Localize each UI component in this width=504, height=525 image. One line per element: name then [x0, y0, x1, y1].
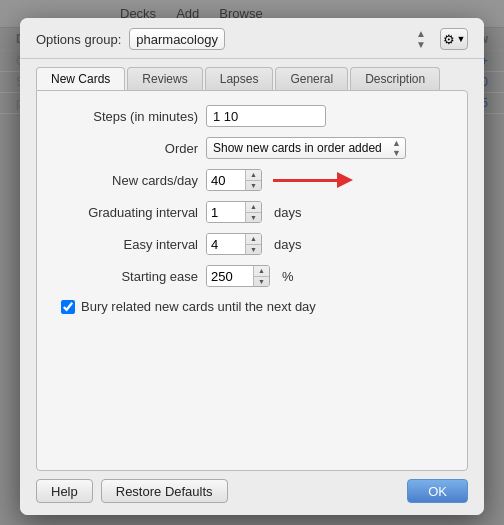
ok-button[interactable]: OK [407, 479, 468, 503]
new-cards-day-down[interactable]: ▼ [246, 181, 261, 192]
new-cards-day-row: New cards/day ▲ ▼ [53, 169, 451, 191]
bury-label: Bury related new cards until the next da… [81, 299, 316, 314]
order-select[interactable]: Show new cards in order added Show new c… [206, 137, 406, 159]
starting-ease-spinner: ▲ ▼ [206, 265, 270, 287]
options-group-select-wrapper: pharmacology ▲ ▼ [129, 28, 432, 50]
graduating-interval-unit: days [274, 205, 301, 220]
starting-ease-up[interactable]: ▲ [254, 265, 269, 277]
starting-ease-label: Starting ease [53, 269, 198, 284]
arrow-head-icon [337, 172, 353, 188]
order-label: Order [53, 141, 198, 156]
tab-new-cards[interactable]: New Cards [36, 67, 125, 90]
easy-interval-up[interactable]: ▲ [246, 233, 261, 245]
graduating-interval-down[interactable]: ▼ [246, 213, 261, 224]
gear-dropdown-arrow: ▼ [457, 34, 466, 44]
new-cards-day-up[interactable]: ▲ [246, 169, 261, 181]
starting-ease-spinner-buttons: ▲ ▼ [253, 265, 269, 287]
tab-lapses[interactable]: Lapses [205, 67, 274, 90]
arrow-line [273, 179, 338, 182]
starting-ease-input[interactable] [207, 266, 253, 286]
options-group-label: Options group: [36, 32, 121, 47]
options-dialog: Options group: pharmacology ▲ ▼ ⚙ ▼ New … [20, 18, 484, 515]
gear-button[interactable]: ⚙ ▼ [440, 28, 468, 50]
bury-checkbox-row: Bury related new cards until the next da… [53, 299, 451, 314]
graduating-interval-spinner: ▲ ▼ [206, 201, 262, 223]
tab-reviews[interactable]: Reviews [127, 67, 202, 90]
steps-label: Steps (in minutes) [53, 109, 198, 124]
help-button[interactable]: Help [36, 479, 93, 503]
tab-general[interactable]: General [275, 67, 348, 90]
gear-icon: ⚙ [443, 32, 455, 47]
new-cards-day-spinner: ▲ ▼ [206, 169, 262, 191]
tab-description[interactable]: Description [350, 67, 440, 90]
easy-interval-down[interactable]: ▼ [246, 245, 261, 256]
easy-interval-row: Easy interval ▲ ▼ days [53, 233, 451, 255]
options-group-select[interactable]: pharmacology [129, 28, 225, 50]
restore-defaults-button[interactable]: Restore Defaults [101, 479, 228, 503]
graduating-interval-spinner-buttons: ▲ ▼ [245, 201, 261, 223]
steps-input[interactable] [206, 105, 326, 127]
new-cards-day-spinner-buttons: ▲ ▼ [245, 169, 261, 191]
options-group-row: Options group: pharmacology ▲ ▼ ⚙ ▼ [20, 18, 484, 59]
easy-interval-spinner: ▲ ▼ [206, 233, 262, 255]
options-group-arrow-icon: ▲ ▼ [416, 29, 426, 50]
order-row: Order Show new cards in order added Show… [53, 137, 451, 159]
graduating-interval-label: Graduating interval [53, 205, 198, 220]
graduating-interval-input[interactable] [207, 202, 245, 222]
graduating-interval-up[interactable]: ▲ [246, 201, 261, 213]
tabs-bar: New Cards Reviews Lapses General Descrip… [20, 59, 484, 90]
dialog-footer: Help Restore Defaults OK [20, 471, 484, 515]
bury-checkbox[interactable] [61, 300, 75, 314]
easy-interval-spinner-buttons: ▲ ▼ [245, 233, 261, 255]
steps-row: Steps (in minutes) [53, 105, 451, 127]
easy-interval-input[interactable] [207, 234, 245, 254]
graduating-interval-row: Graduating interval ▲ ▼ days [53, 201, 451, 223]
easy-interval-label: Easy interval [53, 237, 198, 252]
easy-interval-unit: days [274, 237, 301, 252]
starting-ease-unit: % [282, 269, 294, 284]
red-arrow-annotation [273, 172, 353, 188]
order-select-wrapper: Show new cards in order added Show new c… [206, 137, 406, 159]
starting-ease-row: Starting ease ▲ ▼ % [53, 265, 451, 287]
new-cards-content: Steps (in minutes) Order Show new cards … [36, 90, 468, 471]
new-cards-day-input[interactable] [207, 170, 245, 190]
new-cards-day-label: New cards/day [53, 173, 198, 188]
starting-ease-down[interactable]: ▼ [254, 277, 269, 288]
